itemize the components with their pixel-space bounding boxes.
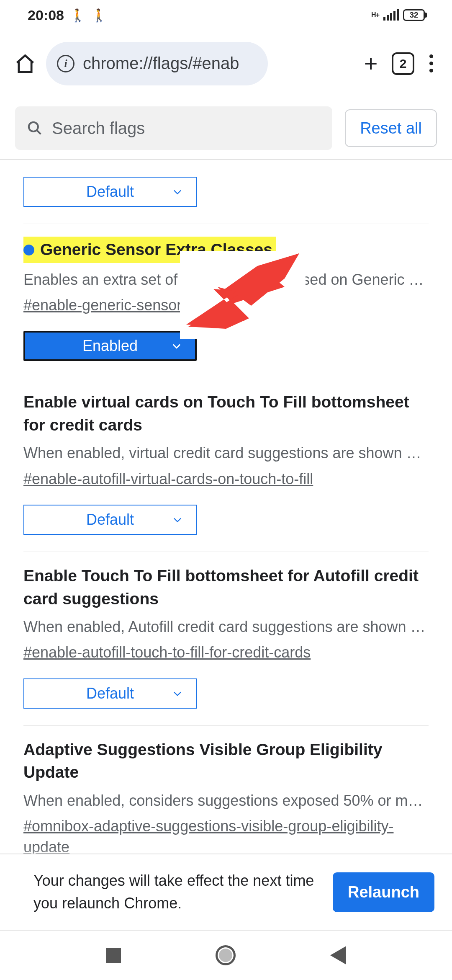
battery-icon: 32 — [403, 9, 427, 21]
tabs-button[interactable]: 2 — [392, 52, 414, 75]
home-button-nav[interactable] — [216, 945, 236, 965]
flag-title: Enable Touch To Fill bottomsheet for Aut… — [23, 565, 429, 610]
new-tab-button[interactable]: + — [358, 50, 383, 77]
flag-hash-link[interactable]: #enable-generic-sensor-extra-classes — [23, 295, 275, 316]
url-bar[interactable]: i chrome://flags/#enab — [46, 42, 268, 85]
flags-list[interactable]: Default Generic Sensor Extra Classes Ena… — [0, 160, 452, 877]
flag-description: When enabled, considers suggestions expo… — [23, 790, 429, 812]
flag-hash-link[interactable]: #enable-autofill-touch-to-fill-for-credi… — [23, 642, 311, 663]
tab-count: 2 — [400, 57, 407, 71]
reset-all-button[interactable]: Reset all — [345, 109, 437, 147]
back-button[interactable] — [330, 946, 346, 965]
flag-description: Enables an extra set of sensor classes b… — [23, 269, 429, 291]
signal-icon — [383, 10, 399, 21]
chevron-down-icon — [171, 340, 182, 352]
flag-hash-link[interactable]: #omnibox-adaptive-suggestions-visible-gr… — [23, 816, 429, 858]
relaunch-button[interactable]: Relaunch — [333, 872, 434, 912]
flag-title: Generic Sensor Extra Classes — [23, 237, 276, 263]
home-button[interactable] — [13, 51, 38, 76]
walk-icon: 🚶 — [91, 8, 107, 23]
chevron-down-icon — [172, 688, 183, 699]
battery-percent: 32 — [403, 9, 425, 21]
relaunch-bar: Your changes will take effect the next t… — [0, 854, 452, 931]
browser-toolbar: i chrome://flags/#enab + 2 — [0, 30, 452, 97]
dropdown-value: Default — [86, 511, 134, 529]
flag-dropdown[interactable]: Default — [23, 678, 197, 709]
flag-item-touch-to-fill: Enable Touch To Fill bottomsheet for Aut… — [23, 552, 429, 726]
search-icon — [27, 120, 43, 136]
walk-icon: 🚶 — [70, 8, 85, 23]
flag-dropdown[interactable]: Default — [23, 505, 197, 535]
modified-dot-icon — [23, 245, 34, 255]
url-text: chrome://flags/#enab — [83, 54, 239, 73]
flag-dropdown[interactable]: Default — [23, 177, 197, 207]
flag-item-virtual-cards: Enable virtual cards on Touch To Fill bo… — [23, 378, 429, 552]
search-flags-input[interactable]: Search flags — [15, 106, 332, 150]
system-nav-bar — [0, 931, 452, 980]
svg-point-0 — [29, 122, 38, 132]
status-time: 20:08 — [28, 7, 64, 23]
chevron-down-icon — [172, 186, 183, 198]
relaunch-message: Your changes will take effect the next t… — [33, 869, 322, 915]
status-right: H+ 32 — [371, 9, 427, 21]
chevron-down-icon — [172, 514, 183, 526]
dropdown-value: Default — [86, 685, 134, 702]
flag-item-generic-sensor: Generic Sensor Extra Classes Enables an … — [23, 224, 429, 378]
search-placeholder: Search flags — [52, 119, 145, 138]
status-left: 20:08 🚶 🚶 — [28, 7, 107, 23]
flag-description: When enabled, Autofill credit card sugge… — [23, 616, 429, 638]
status-bar: 20:08 🚶 🚶 H+ 32 — [0, 0, 452, 30]
flag-title: Adaptive Suggestions Visible Group Eligi… — [23, 738, 429, 784]
recents-button[interactable] — [106, 948, 121, 963]
flag-title: Enable virtual cards on Touch To Fill bo… — [23, 391, 429, 436]
dropdown-value: Enabled — [82, 337, 138, 355]
network-type-label: H+ — [371, 11, 379, 19]
dropdown-value: Default — [86, 183, 134, 201]
flag-description: When enabled, virtual credit card sugges… — [23, 442, 429, 464]
menu-button[interactable] — [423, 54, 439, 72]
flag-dropdown[interactable]: Enabled — [23, 331, 197, 361]
flag-hash-link[interactable]: #enable-autofill-virtual-cards-on-touch-… — [23, 469, 313, 490]
flags-header: Search flags Reset all — [0, 97, 452, 160]
site-info-icon[interactable]: i — [57, 55, 74, 72]
svg-line-1 — [37, 130, 41, 134]
flag-item: Default — [23, 168, 429, 224]
